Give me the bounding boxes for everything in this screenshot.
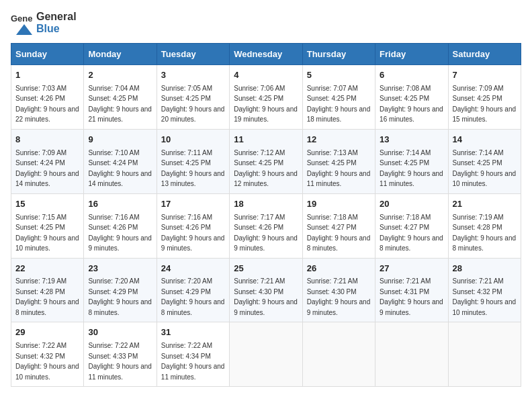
calendar-cell: 21Sunrise: 7:19 AMSunset: 4:28 PMDayligh… [448, 193, 521, 258]
day-info: Sunrise: 7:22 AMSunset: 4:32 PMDaylight:… [15, 342, 79, 381]
day-info: Sunrise: 7:15 AMSunset: 4:25 PMDaylight:… [15, 214, 79, 253]
day-info: Sunrise: 7:21 AMSunset: 4:30 PMDaylight:… [307, 277, 371, 316]
calendar-cell: 27Sunrise: 7:21 AMSunset: 4:31 PMDayligh… [375, 258, 448, 322]
day-number: 25 [234, 263, 298, 275]
calendar-week-row: 15Sunrise: 7:15 AMSunset: 4:25 PMDayligh… [11, 193, 521, 258]
calendar-cell: 15Sunrise: 7:15 AMSunset: 4:25 PMDayligh… [11, 193, 84, 258]
calendar-cell: 30Sunrise: 7:22 AMSunset: 4:33 PMDayligh… [84, 322, 157, 387]
day-info: Sunrise: 7:03 AMSunset: 4:26 PMDaylight:… [15, 85, 79, 124]
day-number: 27 [380, 263, 443, 275]
day-number: 23 [88, 263, 152, 275]
calendar-cell: 25Sunrise: 7:21 AMSunset: 4:30 PMDayligh… [230, 258, 302, 322]
day-info: Sunrise: 7:16 AMSunset: 4:26 PMDaylight:… [88, 214, 152, 253]
day-number: 1 [15, 69, 79, 82]
day-number: 12 [307, 134, 371, 146]
day-header-monday: Monday [84, 44, 157, 65]
day-number: 21 [453, 198, 517, 211]
calendar-cell: 11Sunrise: 7:12 AMSunset: 4:25 PMDayligh… [230, 129, 302, 193]
day-number: 9 [88, 134, 152, 146]
calendar-cell: 20Sunrise: 7:18 AMSunset: 4:27 PMDayligh… [375, 193, 448, 258]
day-info: Sunrise: 7:09 AMSunset: 4:24 PMDaylight:… [15, 149, 79, 188]
calendar-table: SundayMondayTuesdayWednesdayThursdayFrid… [11, 43, 521, 387]
calendar-cell: 23Sunrise: 7:20 AMSunset: 4:29 PMDayligh… [84, 258, 157, 322]
day-info: Sunrise: 7:07 AMSunset: 4:25 PMDaylight:… [307, 85, 371, 124]
day-number: 30 [88, 326, 152, 339]
day-info: Sunrise: 7:09 AMSunset: 4:25 PMDaylight:… [453, 85, 517, 124]
day-info: Sunrise: 7:22 AMSunset: 4:33 PMDaylight:… [88, 342, 152, 381]
calendar-cell: 16Sunrise: 7:16 AMSunset: 4:26 PMDayligh… [84, 193, 157, 258]
day-info: Sunrise: 7:14 AMSunset: 4:25 PMDaylight:… [453, 149, 517, 188]
day-info: Sunrise: 7:11 AMSunset: 4:25 PMDaylight:… [161, 149, 225, 188]
day-number: 5 [307, 69, 371, 82]
calendar-cell: 22Sunrise: 7:19 AMSunset: 4:28 PMDayligh… [11, 258, 84, 322]
logo-general: General [36, 11, 77, 23]
day-info: Sunrise: 7:22 AMSunset: 4:34 PMDaylight:… [161, 342, 225, 381]
day-number: 6 [380, 69, 443, 82]
calendar-cell: 6Sunrise: 7:08 AMSunset: 4:25 PMDaylight… [375, 65, 448, 130]
day-header-tuesday: Tuesday [157, 44, 229, 65]
day-number: 31 [161, 326, 225, 339]
day-number: 26 [307, 263, 371, 275]
day-header-wednesday: Wednesday [230, 44, 302, 65]
day-number: 13 [380, 134, 443, 146]
calendar-cell [448, 322, 521, 387]
day-number: 7 [453, 69, 517, 82]
calendar-cell [302, 322, 375, 387]
day-info: Sunrise: 7:10 AMSunset: 4:24 PMDaylight:… [88, 149, 152, 188]
calendar-cell [230, 322, 302, 387]
day-number: 28 [453, 263, 517, 275]
calendar-cell: 31Sunrise: 7:22 AMSunset: 4:34 PMDayligh… [157, 322, 229, 387]
calendar-cell: 29Sunrise: 7:22 AMSunset: 4:32 PMDayligh… [11, 322, 84, 387]
day-header-sunday: Sunday [11, 44, 84, 65]
day-info: Sunrise: 7:12 AMSunset: 4:25 PMDaylight:… [234, 149, 298, 188]
calendar-cell: 8Sunrise: 7:09 AMSunset: 4:24 PMDaylight… [11, 129, 84, 193]
day-header-friday: Friday [375, 44, 448, 65]
calendar-cell: 24Sunrise: 7:20 AMSunset: 4:29 PMDayligh… [157, 258, 229, 322]
day-number: 18 [234, 198, 298, 211]
day-info: Sunrise: 7:08 AMSunset: 4:25 PMDaylight:… [380, 85, 443, 124]
day-number: 3 [161, 69, 225, 82]
day-info: Sunrise: 7:14 AMSunset: 4:25 PMDaylight:… [380, 149, 443, 188]
day-info: Sunrise: 7:13 AMSunset: 4:25 PMDaylight:… [307, 149, 371, 188]
calendar-cell: 28Sunrise: 7:21 AMSunset: 4:32 PMDayligh… [448, 258, 521, 322]
day-number: 29 [15, 326, 79, 339]
day-info: Sunrise: 7:17 AMSunset: 4:26 PMDaylight:… [234, 214, 298, 253]
day-number: 17 [161, 198, 225, 211]
day-info: Sunrise: 7:04 AMSunset: 4:25 PMDaylight:… [88, 85, 152, 124]
day-number: 4 [234, 69, 298, 82]
calendar-cell: 17Sunrise: 7:16 AMSunset: 4:26 PMDayligh… [157, 193, 229, 258]
calendar-cell: 5Sunrise: 7:07 AMSunset: 4:25 PMDaylight… [302, 65, 375, 130]
day-number: 11 [234, 134, 298, 146]
calendar-cell: 19Sunrise: 7:18 AMSunset: 4:27 PMDayligh… [302, 193, 375, 258]
day-info: Sunrise: 7:05 AMSunset: 4:25 PMDaylight:… [161, 85, 225, 124]
day-number: 20 [380, 198, 443, 211]
svg-marker-1 [16, 24, 32, 35]
day-number: 19 [307, 198, 371, 211]
day-number: 16 [88, 198, 152, 211]
calendar-cell: 9Sunrise: 7:10 AMSunset: 4:24 PMDaylight… [84, 129, 157, 193]
day-number: 14 [453, 134, 517, 146]
day-number: 22 [15, 263, 79, 275]
header: General General Blue [11, 11, 521, 35]
calendar-cell: 3Sunrise: 7:05 AMSunset: 4:25 PMDaylight… [157, 65, 229, 130]
day-header-thursday: Thursday [302, 44, 375, 65]
day-info: Sunrise: 7:20 AMSunset: 4:29 PMDaylight:… [161, 277, 225, 316]
calendar-week-row: 8Sunrise: 7:09 AMSunset: 4:24 PMDaylight… [11, 129, 521, 193]
day-number: 10 [161, 134, 225, 146]
day-info: Sunrise: 7:19 AMSunset: 4:28 PMDaylight:… [453, 214, 517, 253]
calendar-cell: 12Sunrise: 7:13 AMSunset: 4:25 PMDayligh… [302, 129, 375, 193]
day-number: 2 [88, 69, 152, 82]
logo: General General Blue [11, 11, 77, 35]
svg-text:General: General [11, 13, 32, 24]
calendar-cell: 4Sunrise: 7:06 AMSunset: 4:25 PMDaylight… [230, 65, 302, 130]
calendar-week-row: 1Sunrise: 7:03 AMSunset: 4:26 PMDaylight… [11, 65, 521, 130]
calendar-header-row: SundayMondayTuesdayWednesdayThursdayFrid… [11, 44, 521, 65]
day-info: Sunrise: 7:19 AMSunset: 4:28 PMDaylight:… [15, 277, 79, 316]
day-info: Sunrise: 7:18 AMSunset: 4:27 PMDaylight:… [307, 214, 371, 253]
day-info: Sunrise: 7:06 AMSunset: 4:25 PMDaylight:… [234, 85, 298, 124]
day-info: Sunrise: 7:20 AMSunset: 4:29 PMDaylight:… [88, 277, 152, 316]
day-header-saturday: Saturday [448, 44, 521, 65]
calendar-cell: 2Sunrise: 7:04 AMSunset: 4:25 PMDaylight… [84, 65, 157, 130]
calendar-cell: 1Sunrise: 7:03 AMSunset: 4:26 PMDaylight… [11, 65, 84, 130]
day-number: 15 [15, 198, 79, 211]
